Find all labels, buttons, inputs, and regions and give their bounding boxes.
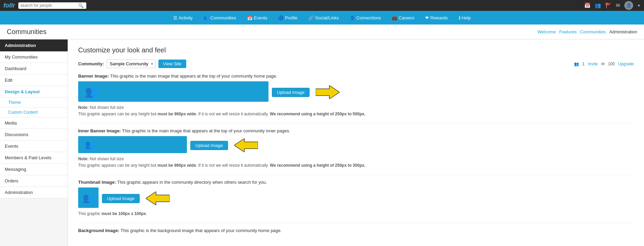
sidebar-item-dashboard[interactable]: Dashboard <box>0 63 68 75</box>
thumbnail-upload-row: 👥 Upload Image <box>78 187 634 209</box>
thumbnail-description: This graphic must be 100px x 100px. <box>78 211 634 216</box>
logo[interactable]: follr <box>3 2 15 9</box>
community-left: Community: Sample Community View Site <box>78 60 186 68</box>
banner-upload-button[interactable]: Upload Image <box>272 88 310 97</box>
invite-icon: 👥 <box>574 62 579 66</box>
breadcrumb-features[interactable]: Features <box>559 29 576 34</box>
communities-icon: 👥 <box>204 15 209 20</box>
rewards-icon: ❤ <box>425 15 429 20</box>
breadcrumb-administration: Administration <box>609 29 637 34</box>
divider-2 <box>78 175 634 175</box>
sidebar-header[interactable]: Administration <box>0 39 68 51</box>
inner-banner-title: Inner Banner Image: This graphic is the … <box>78 128 634 133</box>
banner-note: Note: Not shown full size <box>78 105 634 110</box>
community-label: Community: <box>78 61 104 66</box>
mail-small-icon: ✉ <box>601 62 605 66</box>
thumbnail-people-icon: 👥 <box>83 192 94 203</box>
community-right: 👥 1 Invite ✉ 100 Upgrade <box>574 62 634 66</box>
nav-activity[interactable]: ☰Activity <box>171 14 195 22</box>
nav-careers[interactable]: 💼Careers <box>390 14 416 22</box>
careers-icon: 💼 <box>392 15 397 20</box>
banner-title: Banner Image: This graphic is the main i… <box>78 73 634 79</box>
nav-rewards[interactable]: ❤Rewards <box>423 14 450 22</box>
main-content: Customize your look and feel Community: … <box>68 39 644 246</box>
sidebar-item-members-paid[interactable]: Members & Paid Levels <box>0 152 68 164</box>
breadcrumb-welcome[interactable]: Welcome <box>538 29 556 34</box>
inner-banner-upload-row: 👥 Upload Image <box>78 136 634 154</box>
nav-communities[interactable]: 👥Communities <box>202 14 238 22</box>
svg-marker-0 <box>316 85 340 99</box>
content-title: Customize your look and feel <box>78 46 634 54</box>
svg-marker-2 <box>146 192 170 205</box>
top-bar-icons: 📅 👥 🚩 ✉ 👤 ▼ <box>584 1 641 10</box>
layout: Administration My Communities Dashboard … <box>0 39 644 246</box>
inner-banner-description: This graphic appears can be any height b… <box>78 163 634 168</box>
nav-profile[interactable]: 🔵Profile <box>276 14 299 22</box>
divider-1 <box>78 123 634 124</box>
calendar-icon[interactable]: 📅 <box>584 2 591 9</box>
upgrade-count: 100 <box>608 62 615 66</box>
invite-link[interactable]: Invite <box>588 62 598 66</box>
inner-banner-section: Inner Banner Image: This graphic is the … <box>78 128 634 168</box>
inner-banner-note: Note: Not shown full size <box>78 157 634 161</box>
banner-image-container: 👥 <box>78 81 268 102</box>
community-select[interactable]: Sample Community <box>107 60 156 68</box>
activity-icon: ☰ <box>173 15 177 20</box>
thumbnail-upload-button[interactable]: Upload Image <box>102 194 140 203</box>
invite-count: 1 <box>582 62 585 66</box>
main-nav: ☰Activity 👥Communities 📅Events 🔵Profile … <box>0 11 644 24</box>
sidebar-item-edit[interactable]: Edit <box>0 75 68 86</box>
thumbnail-image-container: 👥 <box>78 187 99 208</box>
top-bar: follr 🔍 📅 👥 🚩 ✉ 👤 ▼ <box>0 0 644 11</box>
chevron-down-icon[interactable]: ▼ <box>637 4 641 7</box>
banner-arrow <box>316 85 340 99</box>
background-section: Background Image: This graphic is the ba… <box>78 228 634 233</box>
help-icon: ℹ <box>459 15 460 20</box>
profile-icon: 🔵 <box>278 15 283 20</box>
connections-icon: 👤 <box>350 15 355 20</box>
background-title: Background Image: This graphic is the ba… <box>78 228 634 233</box>
banner-section: Banner Image: This graphic is the main i… <box>78 73 634 116</box>
divider-3 <box>78 223 634 223</box>
thumbnail-arrow <box>146 192 170 205</box>
nav-connections[interactable]: 👤Connections <box>348 14 383 22</box>
thumbnail-title: Thumbnail Image: This graphic appears in… <box>78 180 634 185</box>
inner-banner-image-container: 👥 <box>78 136 187 153</box>
banner-people-icon: 👥 <box>85 85 99 98</box>
avatar[interactable]: 👤 <box>624 1 633 10</box>
mail-icon[interactable]: ✉ <box>616 2 620 9</box>
users-icon[interactable]: 👥 <box>595 2 601 9</box>
sidebar-item-discussions[interactable]: Discussions <box>0 129 68 141</box>
inner-banner-upload-button[interactable]: Upload Image <box>190 141 228 150</box>
nav-help[interactable]: ℹHelp <box>457 14 473 22</box>
sidebar-item-custom-content[interactable]: Custom Content <box>0 108 68 117</box>
inner-banner-people-icon: 👥 <box>85 140 95 149</box>
sidebar-item-my-communities[interactable]: My Communities <box>0 51 68 63</box>
breadcrumb-communities[interactable]: Communities <box>580 29 606 34</box>
social-icon: 🔗 <box>308 15 314 20</box>
upgrade-link[interactable]: Upgrade <box>618 62 634 66</box>
sidebar-item-administration[interactable]: Administration <box>0 187 68 198</box>
community-row: Community: Sample Community View Site 👥 … <box>78 60 634 68</box>
svg-marker-1 <box>234 138 258 152</box>
sidebar-item-messaging[interactable]: Messaging <box>0 164 68 175</box>
search-icon: 🔍 <box>78 3 84 8</box>
nav-events[interactable]: 📅Events <box>245 14 269 22</box>
nav-social[interactable]: 🔗Social/Links <box>306 14 341 22</box>
sidebar-item-theme[interactable]: Theme <box>0 98 68 108</box>
thumbnail-section: Thumbnail Image: This graphic appears in… <box>78 180 634 216</box>
banner-upload-row: 👥 Upload Image <box>78 81 634 103</box>
banner-description: This graphic appears can be any height b… <box>78 112 634 116</box>
sidebar-item-orders[interactable]: Orders <box>0 175 68 187</box>
sidebar-item-media[interactable]: Media <box>0 117 68 129</box>
page-header: Communities Welcome Features Communities… <box>0 24 644 39</box>
search-input[interactable] <box>20 3 78 8</box>
events-icon: 📅 <box>247 15 253 20</box>
flag-icon[interactable]: 🚩 <box>605 2 612 9</box>
view-site-button[interactable]: View Site <box>158 60 186 68</box>
sidebar-item-design-layout[interactable]: Design & Layout <box>0 86 68 98</box>
page-title: Communities <box>7 28 47 36</box>
breadcrumb: Welcome Features Communities Administrat… <box>538 29 638 34</box>
community-select-wrapper: Sample Community <box>107 60 156 68</box>
sidebar-item-events[interactable]: Events <box>0 141 68 152</box>
